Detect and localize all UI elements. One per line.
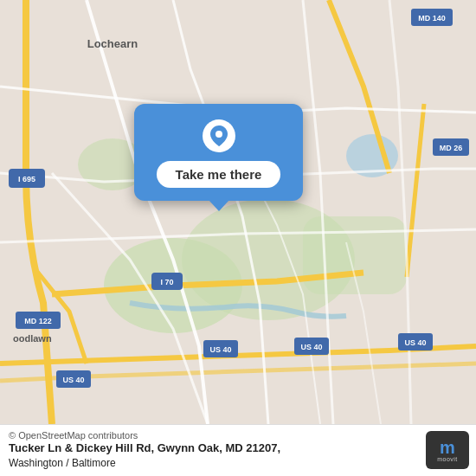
svg-text:MD 26: MD 26 xyxy=(440,144,463,152)
take-me-there-button[interactable]: Take me there xyxy=(157,161,281,188)
svg-rect-5 xyxy=(303,216,407,294)
location-pin-icon xyxy=(203,119,235,152)
svg-text:MD 140: MD 140 xyxy=(418,14,446,23)
svg-point-26 xyxy=(215,131,222,138)
address-line1: Tucker Ln & Dickey Hill Rd, Gwynn Oak, M… xyxy=(9,441,280,454)
moovit-text: moovit xyxy=(437,456,458,462)
svg-text:US 40: US 40 xyxy=(300,343,322,351)
osm-attribution: © OpenStreetMap contributors xyxy=(9,430,415,441)
address-line2: Washington / Baltimore xyxy=(9,457,116,469)
svg-text:US 40: US 40 xyxy=(209,345,231,354)
svg-text:US 40: US 40 xyxy=(62,376,84,384)
svg-text:Lochearn: Lochearn xyxy=(87,37,138,50)
attribution-text: © OpenStreetMap contributors xyxy=(9,430,138,441)
svg-text:I 695: I 695 xyxy=(18,175,35,183)
info-bar: © OpenStreetMap contributors Tucker Ln &… xyxy=(0,424,476,476)
svg-text:MD 122: MD 122 xyxy=(24,317,52,325)
moovit-letter: m xyxy=(440,439,455,456)
moovit-logo: m moovit xyxy=(426,431,469,469)
svg-text:US 40: US 40 xyxy=(404,338,426,347)
map-container[interactable]: I 695 MD 140 MD 26 MD 122 I 70 US 40 US … xyxy=(0,0,476,424)
svg-text:oodlawn: oodlawn xyxy=(13,333,52,344)
svg-text:I 70: I 70 xyxy=(160,278,173,286)
map-popup: Take me there xyxy=(134,104,303,201)
address-text: Tucker Ln & Dickey Hill Rd, Gwynn Oak, M… xyxy=(9,441,415,471)
